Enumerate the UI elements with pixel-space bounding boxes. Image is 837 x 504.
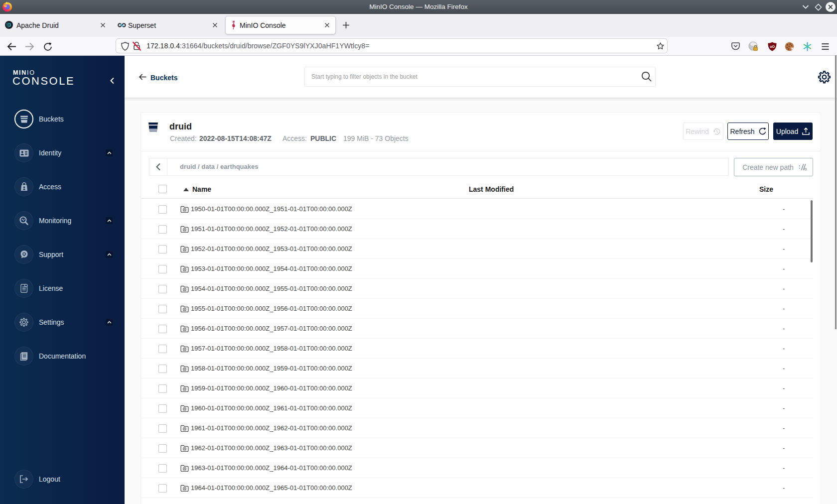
- svg-text:uO: uO: [770, 45, 775, 48]
